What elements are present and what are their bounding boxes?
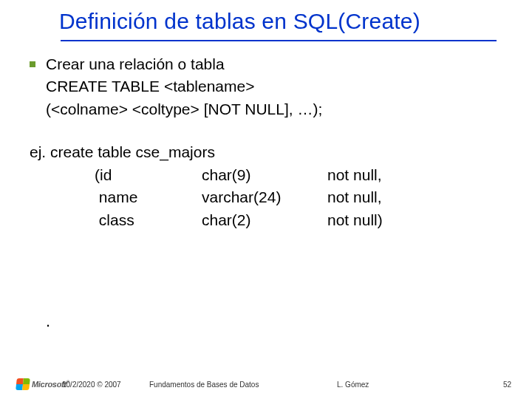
- table-row: name varchar(24) not null,: [95, 186, 510, 208]
- col-name: (id: [95, 164, 202, 186]
- col-constraint: not null,: [327, 164, 382, 186]
- page-number: 52: [503, 381, 511, 389]
- logo-word: Microsoft: [32, 380, 66, 389]
- table-row: class char(2) not null): [95, 209, 510, 231]
- col-name: name: [95, 186, 202, 208]
- col-type: char(2): [202, 209, 327, 231]
- col-name: class: [95, 209, 202, 231]
- bullet-icon: [30, 61, 35, 67]
- footer-author: L. Gómez: [337, 381, 369, 389]
- example-columns: (id char(9) not null, name varchar(24) n…: [95, 164, 510, 231]
- footer-title: Fundamentos de Bases de Datos: [149, 381, 259, 389]
- slide-title: Definición de tablas en SQL(Create): [59, 9, 517, 34]
- bullet-line-1: Crear una relación o tabla: [46, 53, 322, 75]
- col-type: char(9): [202, 164, 327, 186]
- example-intro: ej. create table cse_majors: [30, 141, 510, 163]
- stray-dot: .: [46, 312, 50, 331]
- slide-body: Crear una relación o tabla CREATE TABLE …: [30, 53, 510, 231]
- col-constraint: not null,: [327, 186, 382, 208]
- bullet-line-2: CREATE TABLE <tablename>: [46, 75, 322, 98]
- table-row: (id char(9) not null,: [95, 164, 510, 186]
- footer-date: 10/2/2020 © 2007: [62, 381, 121, 389]
- bullet-line-3: (<colname> <coltype> [NOT NULL], …);: [46, 98, 322, 120]
- title-underline: [61, 40, 497, 41]
- bullet-text: Crear una relación o tabla CREATE TABLE …: [46, 53, 322, 120]
- windows-flag-icon: [16, 378, 30, 390]
- col-type: varchar(24): [202, 186, 327, 208]
- example-block: ej. create table cse_majors (id char(9) …: [30, 141, 510, 231]
- bullet-item: Crear una relación o tabla CREATE TABLE …: [30, 53, 510, 120]
- col-constraint: not null): [327, 209, 383, 231]
- slide: Definición de tablas en SQL(Create) Crea…: [0, 0, 532, 399]
